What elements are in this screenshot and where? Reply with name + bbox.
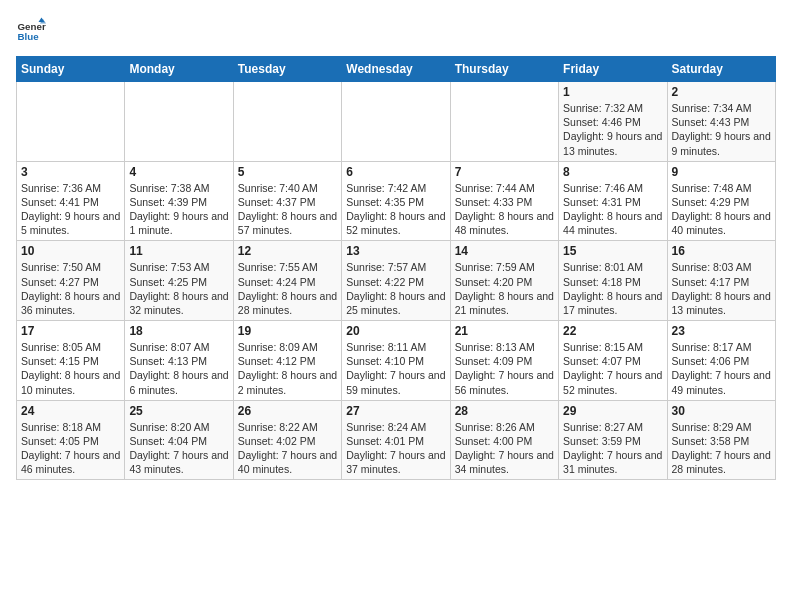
day-number: 11 [129, 244, 228, 258]
day-number: 25 [129, 404, 228, 418]
weekday-header-saturday: Saturday [667, 57, 775, 82]
weekday-header-row: SundayMondayTuesdayWednesdayThursdayFrid… [17, 57, 776, 82]
calendar-cell: 2Sunrise: 7:34 AM Sunset: 4:43 PM Daylig… [667, 82, 775, 162]
day-number: 23 [672, 324, 771, 338]
weekday-header-monday: Monday [125, 57, 233, 82]
day-info: Sunrise: 8:24 AM Sunset: 4:01 PM Dayligh… [346, 420, 445, 477]
calendar-cell: 26Sunrise: 8:22 AM Sunset: 4:02 PM Dayli… [233, 400, 341, 480]
day-info: Sunrise: 7:34 AM Sunset: 4:43 PM Dayligh… [672, 101, 771, 158]
calendar-cell: 12Sunrise: 7:55 AM Sunset: 4:24 PM Dayli… [233, 241, 341, 321]
calendar-cell: 9Sunrise: 7:48 AM Sunset: 4:29 PM Daylig… [667, 161, 775, 241]
day-number: 7 [455, 165, 554, 179]
day-number: 13 [346, 244, 445, 258]
day-number: 17 [21, 324, 120, 338]
logo-icon: General Blue [16, 16, 46, 46]
weekday-header-wednesday: Wednesday [342, 57, 450, 82]
day-info: Sunrise: 7:48 AM Sunset: 4:29 PM Dayligh… [672, 181, 771, 238]
calendar-cell: 18Sunrise: 8:07 AM Sunset: 4:13 PM Dayli… [125, 321, 233, 401]
calendar-cell: 15Sunrise: 8:01 AM Sunset: 4:18 PM Dayli… [559, 241, 667, 321]
calendar-cell [125, 82, 233, 162]
day-info: Sunrise: 8:22 AM Sunset: 4:02 PM Dayligh… [238, 420, 337, 477]
calendar-cell: 24Sunrise: 8:18 AM Sunset: 4:05 PM Dayli… [17, 400, 125, 480]
day-number: 28 [455, 404, 554, 418]
day-info: Sunrise: 7:46 AM Sunset: 4:31 PM Dayligh… [563, 181, 662, 238]
day-number: 16 [672, 244, 771, 258]
logo: General Blue [16, 16, 50, 46]
calendar-cell: 6Sunrise: 7:42 AM Sunset: 4:35 PM Daylig… [342, 161, 450, 241]
day-info: Sunrise: 8:17 AM Sunset: 4:06 PM Dayligh… [672, 340, 771, 397]
calendar: SundayMondayTuesdayWednesdayThursdayFrid… [16, 56, 776, 480]
day-number: 27 [346, 404, 445, 418]
calendar-cell: 22Sunrise: 8:15 AM Sunset: 4:07 PM Dayli… [559, 321, 667, 401]
calendar-cell: 5Sunrise: 7:40 AM Sunset: 4:37 PM Daylig… [233, 161, 341, 241]
day-number: 1 [563, 85, 662, 99]
day-number: 10 [21, 244, 120, 258]
calendar-cell: 3Sunrise: 7:36 AM Sunset: 4:41 PM Daylig… [17, 161, 125, 241]
calendar-cell: 10Sunrise: 7:50 AM Sunset: 4:27 PM Dayli… [17, 241, 125, 321]
day-info: Sunrise: 7:38 AM Sunset: 4:39 PM Dayligh… [129, 181, 228, 238]
day-number: 15 [563, 244, 662, 258]
weekday-header-thursday: Thursday [450, 57, 558, 82]
day-info: Sunrise: 7:32 AM Sunset: 4:46 PM Dayligh… [563, 101, 662, 158]
day-number: 26 [238, 404, 337, 418]
calendar-cell [233, 82, 341, 162]
day-number: 20 [346, 324, 445, 338]
calendar-cell: 14Sunrise: 7:59 AM Sunset: 4:20 PM Dayli… [450, 241, 558, 321]
day-info: Sunrise: 7:50 AM Sunset: 4:27 PM Dayligh… [21, 260, 120, 317]
day-info: Sunrise: 7:40 AM Sunset: 4:37 PM Dayligh… [238, 181, 337, 238]
day-info: Sunrise: 7:59 AM Sunset: 4:20 PM Dayligh… [455, 260, 554, 317]
day-info: Sunrise: 8:29 AM Sunset: 3:58 PM Dayligh… [672, 420, 771, 477]
calendar-cell [342, 82, 450, 162]
day-number: 14 [455, 244, 554, 258]
day-info: Sunrise: 7:36 AM Sunset: 4:41 PM Dayligh… [21, 181, 120, 238]
day-info: Sunrise: 8:18 AM Sunset: 4:05 PM Dayligh… [21, 420, 120, 477]
header: General Blue [16, 16, 776, 46]
calendar-cell: 28Sunrise: 8:26 AM Sunset: 4:00 PM Dayli… [450, 400, 558, 480]
calendar-cell: 11Sunrise: 7:53 AM Sunset: 4:25 PM Dayli… [125, 241, 233, 321]
calendar-cell: 20Sunrise: 8:11 AM Sunset: 4:10 PM Dayli… [342, 321, 450, 401]
weekday-header-sunday: Sunday [17, 57, 125, 82]
calendar-cell: 7Sunrise: 7:44 AM Sunset: 4:33 PM Daylig… [450, 161, 558, 241]
day-number: 2 [672, 85, 771, 99]
day-number: 12 [238, 244, 337, 258]
week-row-4: 17Sunrise: 8:05 AM Sunset: 4:15 PM Dayli… [17, 321, 776, 401]
day-info: Sunrise: 7:44 AM Sunset: 4:33 PM Dayligh… [455, 181, 554, 238]
calendar-cell: 1Sunrise: 7:32 AM Sunset: 4:46 PM Daylig… [559, 82, 667, 162]
day-number: 19 [238, 324, 337, 338]
day-number: 4 [129, 165, 228, 179]
day-number: 3 [21, 165, 120, 179]
day-info: Sunrise: 7:42 AM Sunset: 4:35 PM Dayligh… [346, 181, 445, 238]
week-row-2: 3Sunrise: 7:36 AM Sunset: 4:41 PM Daylig… [17, 161, 776, 241]
calendar-cell: 4Sunrise: 7:38 AM Sunset: 4:39 PM Daylig… [125, 161, 233, 241]
day-info: Sunrise: 8:27 AM Sunset: 3:59 PM Dayligh… [563, 420, 662, 477]
day-number: 5 [238, 165, 337, 179]
day-info: Sunrise: 8:05 AM Sunset: 4:15 PM Dayligh… [21, 340, 120, 397]
day-info: Sunrise: 8:03 AM Sunset: 4:17 PM Dayligh… [672, 260, 771, 317]
calendar-cell: 17Sunrise: 8:05 AM Sunset: 4:15 PM Dayli… [17, 321, 125, 401]
calendar-cell: 30Sunrise: 8:29 AM Sunset: 3:58 PM Dayli… [667, 400, 775, 480]
day-info: Sunrise: 8:11 AM Sunset: 4:10 PM Dayligh… [346, 340, 445, 397]
day-number: 22 [563, 324, 662, 338]
day-info: Sunrise: 8:15 AM Sunset: 4:07 PM Dayligh… [563, 340, 662, 397]
calendar-cell: 13Sunrise: 7:57 AM Sunset: 4:22 PM Dayli… [342, 241, 450, 321]
day-info: Sunrise: 8:09 AM Sunset: 4:12 PM Dayligh… [238, 340, 337, 397]
day-number: 24 [21, 404, 120, 418]
calendar-cell: 27Sunrise: 8:24 AM Sunset: 4:01 PM Dayli… [342, 400, 450, 480]
day-info: Sunrise: 8:13 AM Sunset: 4:09 PM Dayligh… [455, 340, 554, 397]
weekday-header-friday: Friday [559, 57, 667, 82]
day-number: 29 [563, 404, 662, 418]
day-info: Sunrise: 8:07 AM Sunset: 4:13 PM Dayligh… [129, 340, 228, 397]
day-info: Sunrise: 8:20 AM Sunset: 4:04 PM Dayligh… [129, 420, 228, 477]
day-number: 8 [563, 165, 662, 179]
week-row-5: 24Sunrise: 8:18 AM Sunset: 4:05 PM Dayli… [17, 400, 776, 480]
day-info: Sunrise: 8:26 AM Sunset: 4:00 PM Dayligh… [455, 420, 554, 477]
calendar-cell: 29Sunrise: 8:27 AM Sunset: 3:59 PM Dayli… [559, 400, 667, 480]
day-info: Sunrise: 8:01 AM Sunset: 4:18 PM Dayligh… [563, 260, 662, 317]
calendar-cell: 19Sunrise: 8:09 AM Sunset: 4:12 PM Dayli… [233, 321, 341, 401]
day-number: 6 [346, 165, 445, 179]
week-row-1: 1Sunrise: 7:32 AM Sunset: 4:46 PM Daylig… [17, 82, 776, 162]
svg-text:Blue: Blue [18, 31, 40, 42]
day-info: Sunrise: 7:53 AM Sunset: 4:25 PM Dayligh… [129, 260, 228, 317]
page: General Blue SundayMondayTuesdayWednesda… [0, 0, 792, 612]
calendar-cell: 21Sunrise: 8:13 AM Sunset: 4:09 PM Dayli… [450, 321, 558, 401]
